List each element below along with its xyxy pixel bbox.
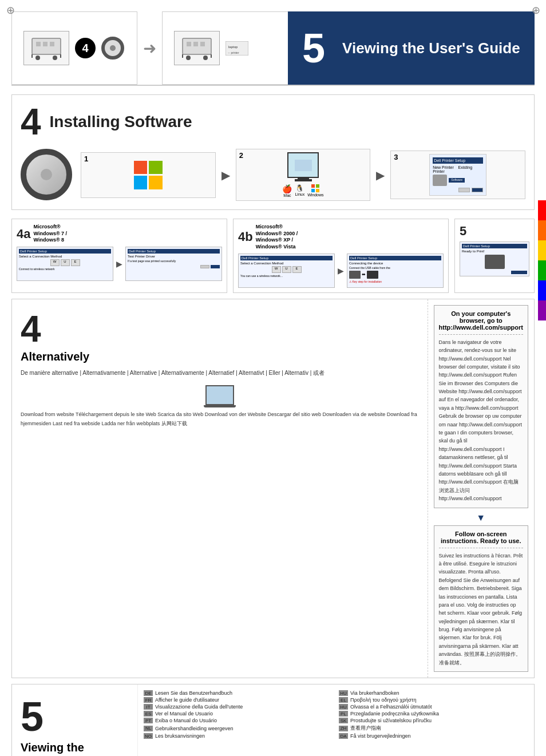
mini-setup-4a-1: Dell Printer Setup Select a Connection M… bbox=[17, 247, 113, 281]
svg-rect-19 bbox=[311, 184, 315, 188]
printer-body-mini bbox=[485, 255, 505, 269]
banner-right-preview: laptop → printer bbox=[162, 11, 288, 85]
color-tab bbox=[538, 200, 546, 220]
mini-setup-5-subtitle: Ready to Print! bbox=[462, 250, 527, 253]
section4-content: 1 ▶ 2 🍎 bbox=[21, 149, 525, 201]
lang-item: HUVia brukerhandboken bbox=[339, 690, 528, 696]
lang-item: FRAfficher le guide d'utilisateur bbox=[144, 697, 333, 703]
sub-step-4a-content: Dell Printer Setup Select a Connection M… bbox=[17, 247, 222, 281]
sub-step-4b-num: 4b bbox=[238, 229, 253, 244]
lang-flag: DE bbox=[144, 690, 153, 696]
svg-rect-2 bbox=[43, 42, 48, 46]
languages-grid: DELesen Sie das BenutzerhandbuchHUVia br… bbox=[144, 690, 528, 739]
lang-text: 查看用户指南 bbox=[350, 725, 381, 732]
lang-flag: FR bbox=[144, 697, 153, 703]
lang-text: Przegladanie podręcznika użytkownika bbox=[350, 711, 439, 717]
svg-rect-9 bbox=[187, 42, 191, 46]
svg-rect-21 bbox=[311, 189, 315, 192]
lang-text: Lesen Sie das Benutzerhandbuch bbox=[155, 690, 232, 696]
alt-title: Alternatively bbox=[21, 350, 419, 363]
section4-num: 4 bbox=[21, 104, 41, 140]
browser-box-title: On your computer's browser, go to http:/… bbox=[439, 310, 523, 331]
browser-box: On your computer's browser, go to http:/… bbox=[434, 305, 528, 508]
banner-arrow: ➜ bbox=[137, 11, 162, 85]
view-left: 5 Viewing the User's Guide Dell Printer … bbox=[12, 684, 138, 756]
printer-icon-small bbox=[23, 31, 69, 65]
section4-header: 4 Installing Software bbox=[21, 104, 525, 140]
section-viewing: 5 Viewing the User's Guide Dell Printer … bbox=[11, 684, 535, 756]
lang-text: Via brukerhandboken bbox=[350, 690, 399, 696]
svg-rect-22 bbox=[316, 189, 319, 192]
sub-step-5-mini: 5 Dell Printer Setup Ready to Print! bbox=[454, 219, 535, 293]
sub-step-4a-num: 4a bbox=[17, 227, 30, 242]
disc-icon bbox=[101, 37, 124, 60]
lang-item: SKProstudujte si užívatelskou příručku bbox=[339, 718, 528, 723]
sub-step-4a: 4a Microsoft® Windows® 7 / Windows® 8 De… bbox=[11, 219, 227, 293]
color-tab bbox=[538, 280, 546, 300]
sub-step-4b-os: Microsoft® Windows® 2000 / Windows® XP /… bbox=[256, 224, 298, 251]
corner-tl-mark: ⊕ bbox=[5, 5, 16, 16]
lang-text: Gebruikershandleiding weergeven bbox=[155, 726, 234, 731]
lang-flag: EL bbox=[339, 697, 348, 703]
follow-box: Follow on-screen instructions. Ready to … bbox=[434, 525, 528, 672]
color-tab bbox=[538, 300, 546, 320]
step4-circle: 4 bbox=[75, 38, 96, 58]
svg-text:→ printer: → printer bbox=[227, 51, 239, 54]
disc-center bbox=[41, 169, 52, 180]
install-step1: 1 bbox=[81, 152, 216, 198]
banner-title: Viewing the User's Guide bbox=[342, 39, 520, 57]
lang-text: Visualizzazione della Guida dell'utente bbox=[155, 704, 243, 710]
view-step-num: 5 bbox=[21, 693, 129, 740]
corner-tr-mark: ⊕ bbox=[530, 5, 541, 16]
alt-laptop-icon bbox=[205, 385, 234, 405]
view-title: Viewing the User's Guide bbox=[21, 740, 129, 756]
lang-text: Prostudujte si užívatelskou příručku bbox=[350, 718, 432, 723]
sub-step-4b-header: 4b Microsoft® Windows® 2000 / Windows® X… bbox=[238, 224, 444, 251]
install-step2: 2 🍎 Mac 🐧 Linux bbox=[236, 149, 371, 201]
mini-setup-4a-2: Dell Printer Setup Test Printer Driver I… bbox=[125, 247, 222, 281]
mini-setup-4b-2: Dell Printer Setup Connecting the device… bbox=[347, 254, 444, 288]
lang-item: DELesen Sie das Benutzerhandbuch bbox=[144, 690, 333, 696]
follow-langs: Suivez les instructions à l'écran. Prêt … bbox=[439, 552, 523, 667]
svg-rect-1 bbox=[36, 42, 41, 46]
alt-langs: De manière alternative | Alternativament… bbox=[21, 368, 419, 378]
step5-number: 5 bbox=[302, 27, 325, 69]
lang-flag: HU bbox=[339, 690, 348, 696]
alt-laptop-container bbox=[21, 385, 419, 405]
lang-flag: HU bbox=[339, 704, 348, 710]
lang-text: Olvassa el a Felhasználói útmutatót bbox=[350, 704, 432, 710]
section-alternatively: 4 Alternatively De manière alternative |… bbox=[11, 299, 535, 678]
lang-text: Få vist brugervejledningen bbox=[350, 733, 411, 739]
mini-arrow-4a: ▶ bbox=[116, 259, 122, 268]
setup-title-small: Dell Printer Setup bbox=[433, 157, 483, 164]
lang-item: NLGebruikershandleiding weergeven bbox=[144, 725, 333, 732]
banner-right-section: 5 Viewing the User's Guide bbox=[288, 11, 535, 85]
lang-flag: ZH bbox=[339, 726, 348, 731]
alt-left: 4 Alternatively De manière alternative |… bbox=[12, 299, 428, 678]
lang-item: ELΠροβολή του οδηγού χρήστη bbox=[339, 697, 528, 703]
install-steps: 1 ▶ 2 🍎 bbox=[81, 149, 525, 201]
lang-text: Προβολή του οδηγού χρήστη bbox=[350, 697, 416, 703]
lang-flag: IT bbox=[144, 704, 153, 710]
disc-large bbox=[21, 149, 72, 200]
lang-item: DAFå vist brugervejledningen bbox=[339, 733, 528, 739]
lang-flag: SK bbox=[339, 718, 348, 723]
lang-flag: DA bbox=[339, 733, 348, 739]
install-arrow1: ▶ bbox=[221, 168, 230, 182]
svg-point-12 bbox=[186, 56, 191, 60]
step1-label: 1 bbox=[84, 155, 88, 163]
lang-item: ITVisualizzazione della Guida dell'utent… bbox=[144, 704, 333, 710]
color-tab bbox=[538, 260, 546, 280]
lang-flag: PL bbox=[339, 711, 348, 717]
lang-item: PLPrzegladanie podręcznika użytkownika bbox=[339, 711, 528, 717]
sub-step-4b: 4b Microsoft® Windows® 2000 / Windows® X… bbox=[233, 219, 449, 293]
install-arrow2: ▶ bbox=[376, 168, 385, 182]
color-tabs bbox=[538, 200, 546, 320]
mini-setup-5: Dell Printer Setup Ready to Print! bbox=[460, 242, 529, 276]
sub-steps-row: 4a Microsoft® Windows® 7 / Windows® 8 De… bbox=[11, 219, 535, 293]
windows-logo bbox=[134, 161, 163, 189]
os-mac: 🍎 Mac bbox=[282, 184, 292, 197]
lang-flag: ES bbox=[144, 711, 153, 717]
top-banner: 4 ➜ laptop → printer 5 Vi bbox=[11, 11, 535, 86]
lang-item: NOLes bruksanvisningen bbox=[144, 733, 333, 739]
